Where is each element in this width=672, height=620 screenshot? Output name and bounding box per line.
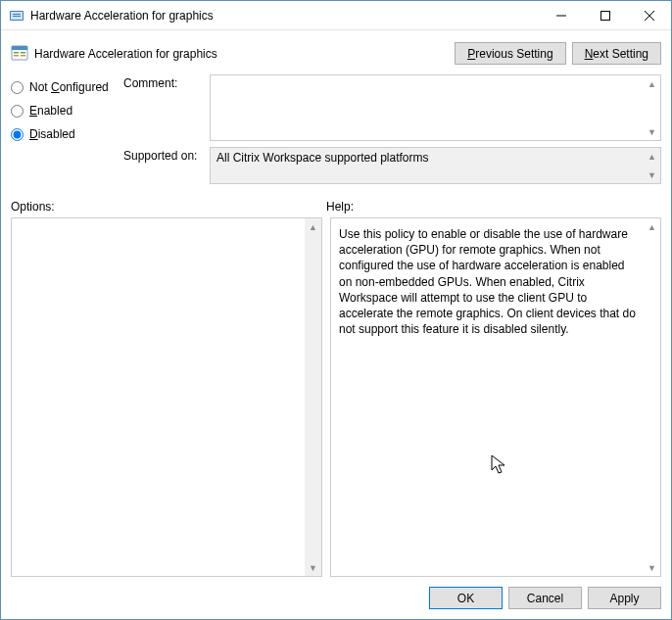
radio-disabled-input[interactable] (11, 128, 24, 141)
svg-rect-12 (21, 52, 25, 54)
help-text: Use this policy to enable or disable the… (331, 218, 660, 345)
app-icon (9, 8, 24, 24)
apply-button[interactable]: Apply (588, 587, 661, 609)
config-area: Not Configured Enabled Disabled Comment:… (1, 74, 671, 196)
svg-rect-2 (13, 14, 21, 15)
svg-rect-3 (13, 16, 21, 17)
radio-not-configured-label: Not Configured (29, 80, 109, 94)
fields-column: Comment: ▲ ▼ Supported on: All Citrix Wo… (123, 74, 661, 190)
scroll-up-icon[interactable]: ▲ (644, 218, 660, 235)
panes: ▲ ▼ Use this policy to enable or disable… (1, 217, 671, 577)
minimize-button[interactable] (539, 1, 583, 29)
state-radio-group: Not Configured Enabled Disabled (11, 74, 123, 190)
maximize-button[interactable] (583, 1, 627, 29)
supported-scroll: ▲ ▼ (644, 148, 660, 183)
header-row: Hardware Acceleration for graphics Previ… (1, 30, 671, 74)
radio-enabled-label: Enabled (29, 104, 72, 118)
comment-scroll: ▲ ▼ (644, 75, 660, 140)
help-label: Help: (326, 200, 661, 214)
scroll-down-icon[interactable]: ▼ (644, 559, 660, 576)
options-pane: ▲ ▼ (11, 217, 322, 577)
policy-icon (11, 45, 28, 63)
scroll-down-icon[interactable]: ▼ (644, 123, 660, 140)
supported-on-box: All Citrix Workspace supported platforms… (210, 147, 661, 184)
footer: OK Cancel Apply (1, 577, 671, 619)
supported-on-value: All Citrix Workspace supported platforms (211, 148, 660, 167)
radio-disabled[interactable]: Disabled (11, 127, 123, 141)
radio-not-configured[interactable]: Not Configured (11, 80, 123, 94)
svg-rect-10 (14, 52, 19, 54)
help-scrollbar[interactable]: ▲ ▼ (644, 218, 660, 576)
comment-input[interactable] (211, 75, 660, 140)
scroll-up-icon[interactable]: ▲ (644, 75, 660, 92)
close-button[interactable] (627, 1, 671, 29)
options-label: Options: (11, 200, 326, 214)
supported-on-label: Supported on: (123, 147, 210, 184)
cancel-button[interactable]: Cancel (508, 587, 582, 609)
svg-rect-5 (600, 11, 609, 20)
window-controls (539, 1, 671, 29)
policy-title: Hardware Acceleration for graphics (34, 47, 449, 61)
scroll-up-icon[interactable]: ▲ (305, 218, 321, 235)
svg-rect-13 (21, 55, 25, 57)
radio-disabled-label: Disabled (29, 127, 75, 141)
radio-enabled-input[interactable] (11, 105, 24, 118)
ok-button[interactable]: OK (429, 587, 503, 609)
scroll-up-icon[interactable]: ▲ (644, 148, 660, 165)
comment-label: Comment: (123, 74, 210, 141)
radio-enabled[interactable]: Enabled (11, 104, 123, 118)
scroll-down-icon[interactable]: ▼ (644, 167, 660, 183)
svg-rect-9 (12, 46, 27, 50)
previous-setting-button[interactable]: Previous Setting (455, 42, 565, 65)
scroll-down-icon[interactable]: ▼ (305, 559, 321, 576)
svg-rect-11 (14, 55, 19, 57)
radio-not-configured-input[interactable] (11, 81, 24, 94)
section-labels: Options: Help: (1, 196, 671, 217)
next-setting-button[interactable]: Next Setting (572, 42, 661, 65)
titlebar: Hardware Acceleration for graphics (1, 1, 671, 30)
comment-box: ▲ ▼ (210, 74, 661, 141)
window-title: Hardware Acceleration for graphics (30, 9, 539, 23)
help-pane: Use this policy to enable or disable the… (330, 217, 661, 577)
options-scrollbar[interactable]: ▲ ▼ (305, 218, 321, 576)
